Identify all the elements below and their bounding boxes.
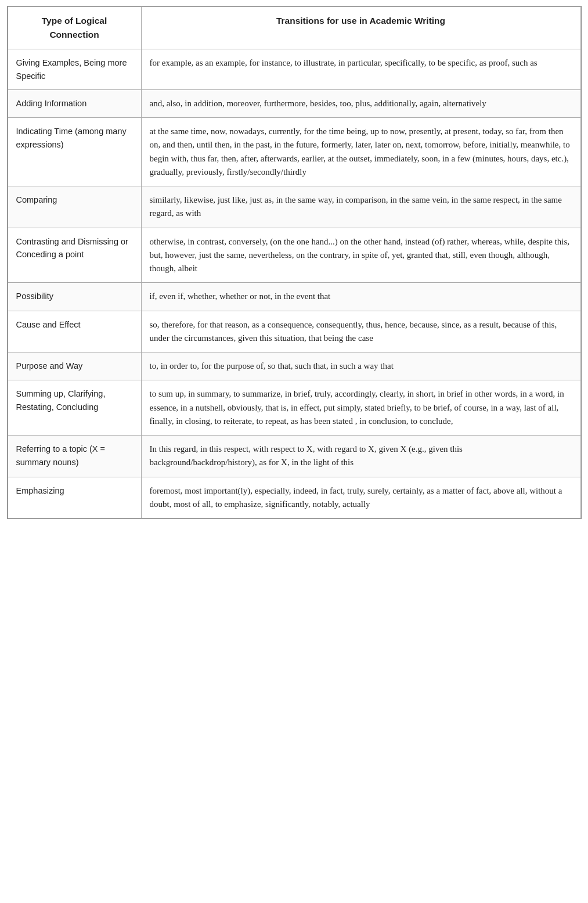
row-transitions-0: for example, as an example, for instance… xyxy=(141,49,580,90)
table-row: Purpose and Wayto, in order to, for the … xyxy=(8,352,580,380)
row-type-10: Emphasizing xyxy=(8,477,141,519)
transitions-table: Type of Logical Connection Transitions f… xyxy=(7,6,582,519)
table-row: Adding Informationand, also, in addition… xyxy=(8,89,580,117)
table-row: Comparingsimilarly, likewise, just like,… xyxy=(8,186,580,228)
table-row: Summing up, Clarifying, Restating, Concl… xyxy=(8,380,580,436)
row-transitions-2: at the same time, now, nowadays, current… xyxy=(141,118,580,186)
table-row: Referring to a topic (X = summary nouns)… xyxy=(8,436,580,477)
row-transitions-3: similarly, likewise, just like, just as,… xyxy=(141,186,580,228)
table-row: Indicating Time (among many expressions)… xyxy=(8,118,580,186)
row-type-9: Referring to a topic (X = summary nouns) xyxy=(8,436,141,477)
row-type-5: Possibility xyxy=(8,283,141,311)
table-row: Cause and Effectso, therefore, for that … xyxy=(8,311,580,352)
row-type-2: Indicating Time (among many expressions) xyxy=(8,118,141,186)
header-col2: Transitions for use in Academic Writing xyxy=(141,7,580,49)
table-row: Possibilityif, even if, whether, whether… xyxy=(8,283,580,311)
row-type-6: Cause and Effect xyxy=(8,311,141,352)
row-type-4: Contrasting and Dismissing or Conceding … xyxy=(8,228,141,283)
row-transitions-9: In this regard, in this respect, with re… xyxy=(141,436,580,477)
row-transitions-4: otherwise, in contrast, conversely, (on … xyxy=(141,228,580,283)
row-type-7: Purpose and Way xyxy=(8,352,141,380)
row-type-3: Comparing xyxy=(8,186,141,228)
row-transitions-1: and, also, in addition, moreover, furthe… xyxy=(141,89,580,117)
row-type-1: Adding Information xyxy=(8,89,141,117)
table-row: Contrasting and Dismissing or Conceding … xyxy=(8,228,580,283)
row-transitions-6: so, therefore, for that reason, as a con… xyxy=(141,311,580,352)
table-row: Emphasizingforemost, most important(ly),… xyxy=(8,477,580,519)
row-transitions-8: to sum up, in summary, to summarize, in … xyxy=(141,380,580,436)
row-transitions-7: to, in order to, for the purpose of, so … xyxy=(141,352,580,380)
row-transitions-5: if, even if, whether, whether or not, in… xyxy=(141,283,580,311)
header-col1: Type of Logical Connection xyxy=(8,7,141,49)
row-type-0: Giving Examples, Being more Specific xyxy=(8,49,141,90)
table-row: Giving Examples, Being more Specificfor … xyxy=(8,49,580,90)
row-type-8: Summing up, Clarifying, Restating, Concl… xyxy=(8,380,141,436)
row-transitions-10: foremost, most important(ly), especially… xyxy=(141,477,580,519)
